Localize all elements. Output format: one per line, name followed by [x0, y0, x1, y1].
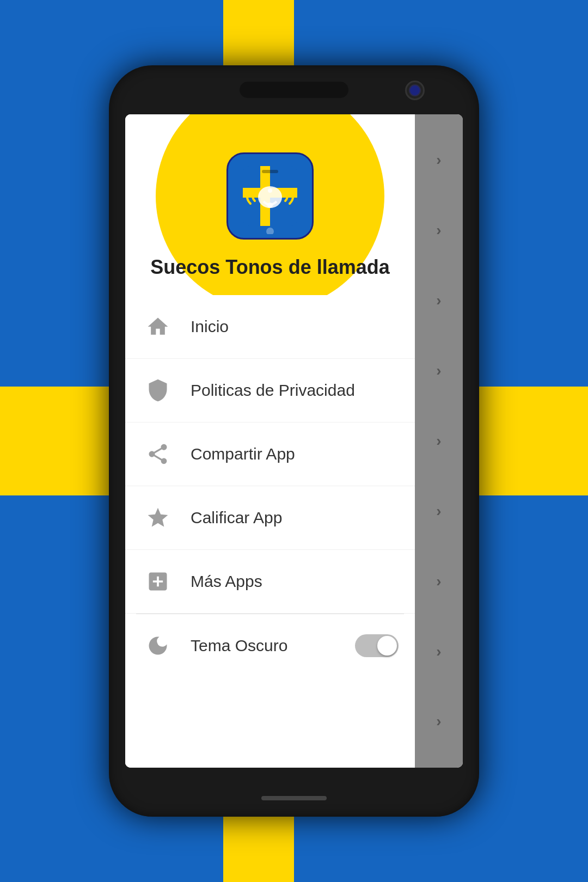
chevron-8[interactable]: › — [436, 644, 441, 659]
header-area: Suecos Tonos de llamada — [125, 114, 415, 295]
phone-screen: Suecos Tonos de llamada Inicio — [125, 114, 463, 768]
phone-camera — [405, 81, 425, 100]
chevron-9[interactable]: › — [436, 714, 441, 729]
app-icon-svg — [232, 158, 308, 234]
home-indicator[interactable] — [261, 796, 327, 800]
share-icon — [142, 438, 174, 470]
svg-point-5 — [267, 203, 273, 208]
menu-label-inicio: Inicio — [191, 317, 399, 336]
svg-rect-4 — [268, 188, 272, 193]
svg-rect-7 — [262, 170, 278, 173]
moon-icon — [142, 629, 174, 662]
shield-icon — [142, 374, 174, 407]
chevron-6[interactable]: › — [436, 504, 441, 519]
app-icon-wrapper — [226, 152, 314, 240]
chevron-1[interactable]: › — [436, 152, 441, 168]
menu-item-share[interactable]: Compartir App — [125, 422, 415, 486]
dark-theme-toggle[interactable] — [355, 634, 399, 657]
app-icon — [226, 152, 314, 240]
menu-item-privacy[interactable]: Politicas de Privacidad — [125, 359, 415, 422]
menu-item-more-apps[interactable]: Más Apps — [125, 550, 415, 614]
phone-shell: Suecos Tonos de llamada Inicio — [109, 65, 479, 817]
home-icon — [142, 310, 174, 343]
add-box-icon — [142, 565, 174, 598]
menu-label-dark-theme: Tema Oscuro — [191, 636, 355, 655]
side-scroll-panel: › › › › › › › › › — [415, 114, 463, 768]
menu-label-share: Compartir App — [191, 445, 399, 463]
chevron-5[interactable]: › — [436, 433, 441, 449]
app-title: Suecos Tonos de llamada — [136, 256, 404, 279]
main-content: Suecos Tonos de llamada Inicio — [125, 114, 415, 768]
menu-item-dark-theme[interactable]: Tema Oscuro — [125, 614, 415, 677]
menu-label-rate: Calificar App — [191, 509, 399, 527]
menu-label-more-apps: Más Apps — [191, 572, 399, 591]
svg-point-6 — [266, 228, 274, 234]
toggle-knob — [377, 636, 397, 656]
menu-list: Inicio Politicas de Privacidad — [125, 295, 415, 768]
chevron-2[interactable]: › — [436, 223, 441, 238]
chevron-4[interactable]: › — [436, 363, 441, 378]
menu-item-inicio[interactable]: Inicio — [125, 295, 415, 359]
menu-item-rate[interactable]: Calificar App — [125, 486, 415, 550]
star-icon — [142, 501, 174, 534]
phone-speaker — [240, 82, 348, 98]
menu-label-privacy: Politicas de Privacidad — [191, 381, 399, 400]
chevron-3[interactable]: › — [436, 293, 441, 308]
chevron-7[interactable]: › — [436, 574, 441, 589]
